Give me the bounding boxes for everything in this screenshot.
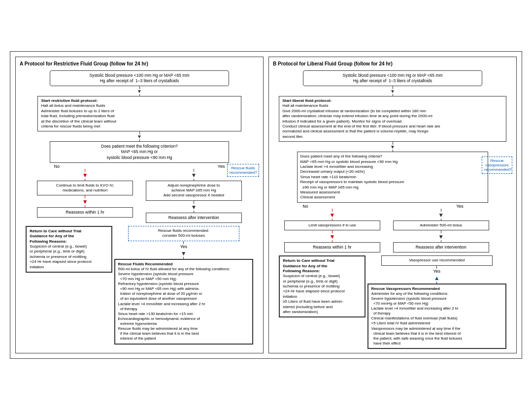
arrow-yes-head2-b: ▼ — [438, 233, 444, 240]
panel-a: A Protocol for Restrictive Fluid Group (… — [15, 57, 264, 353]
no-label-a: No — [54, 164, 60, 169]
arrow-a1-head — [137, 89, 142, 94]
return-box-b: Return to Care without TrialGuidance for… — [279, 255, 365, 317]
reassess-after-a: Reassess after intervention — [146, 213, 242, 223]
no-yes-labels-b: No Yes — [287, 204, 479, 209]
branch-no-a: ▼ Continue to limit fluids to KVO IV,med… — [32, 169, 138, 218]
panel-b-title: B Protocol for Liberal Fluid Group (foll… — [273, 61, 393, 66]
vasopressor-use-b: Vasopressor use recommended — [381, 255, 493, 265]
branch-row-b: ▼ Limit vasopressors if in use ▼ Reasses… — [279, 209, 494, 252]
arrow-yes-head-b: ▼ — [438, 212, 444, 219]
yes2-label-a: Yes — [180, 244, 187, 249]
branch-yes-a: ▼ Adjust norepinephrine dose toachieve M… — [140, 169, 247, 223]
arrow-yes-head2-a: ▼ — [191, 204, 197, 211]
arrow-no-head-a: ▼ — [82, 172, 88, 179]
panel-a-flow: Systolic blood pressure <100 mm Hg or MA… — [20, 70, 259, 345]
no-yes-labels-a: No Yes — [37, 164, 241, 169]
rescue-label-b: Rescuevasopressorsrecommended? — [482, 157, 512, 174]
decision-area-b: Does patient meet any of the following c… — [273, 152, 512, 203]
panel-b-box2: Start liberal fluid protocol: Halt all m… — [279, 96, 506, 142]
arrow-vaso-head-b: ▲ — [434, 275, 440, 282]
figure-container: A Protocol for Restrictive Fluid Group (… — [10, 51, 522, 359]
panel-b-box1: Systolic blood pressure <100 mm Hg or MA… — [303, 70, 483, 86]
box-no-b: Limit vasopressors if in use — [284, 221, 380, 230]
arrow-b2-head — [390, 145, 395, 150]
panel-a-title: A Protocol for Restrictive Fluid Group (… — [20, 61, 148, 66]
rescue-label-a: Rescue fluidsrecommended? — [227, 164, 259, 177]
panel-b-flow: Systolic blood pressure <100 mm Hg or MA… — [273, 70, 512, 349]
box-yes-a: Adjust norepinephrine dose toachieve MAP… — [146, 181, 242, 201]
return-box-content-a: Return to Care without TrialGuidance for… — [26, 226, 112, 273]
panel-a-decision: Does patient meet the following criterio… — [50, 141, 230, 162]
arrow-no-head2-b: ▼ — [330, 233, 335, 240]
arrow-no-head2-a: ▼ — [82, 198, 88, 205]
arrow-yes-head-a: ▼ — [191, 172, 197, 179]
bottom-row-a: Return to Care without TrialGuidance for… — [26, 226, 253, 345]
rescue-recommended-a: Rescue Fluids Recommended 500-ml bolus o… — [114, 259, 253, 345]
panel-a-box1: Systolic blood pressure <100 mm Hg or MA… — [50, 70, 230, 86]
yes-label-a: Yes — [218, 164, 225, 169]
no-label-b: No — [302, 204, 308, 209]
bottom-row-b: Return to Care without TrialGuidance for… — [279, 255, 506, 349]
bottom-right-b: Vasopressor use recommended Yes ▲ Rescue… — [367, 255, 506, 349]
return-box-a: Return to Care without TrialGuidance for… — [26, 226, 112, 273]
reassess-after-b: Reassess after intervention — [393, 242, 489, 252]
rescue-vasopressors-b: Rescue Vasopressors Recommended Administ… — [367, 284, 506, 349]
yes2-label-b: Yes — [433, 269, 440, 274]
box-yes-b: Administer 500-ml bolus — [393, 221, 489, 230]
yes-label-b: Yes — [456, 204, 464, 209]
reassess-within-a: Reassess within 1 hr — [37, 207, 133, 218]
branch-no-b: ▼ Limit vasopressors if in use ▼ Reasses… — [279, 209, 386, 252]
bottom-right-a: Rescue fluids recommended:consider 500-m… — [114, 226, 253, 345]
arrow-no-head-b: ▼ — [330, 212, 335, 219]
arrow-b1-head — [390, 89, 395, 94]
branch-yes-b: ▼ Administer 500-ml bolus ▼ Reassess aft… — [388, 209, 495, 252]
panel-b-decision: Does patient meet any of the following c… — [297, 152, 489, 203]
panel-a-box2: Start restrictive fluid protocol: Halt a… — [37, 96, 241, 131]
box-no-a: Continue to limit fluids to KVO IV,medic… — [37, 181, 133, 196]
arrow-rescue-head-a: ▼ — [181, 250, 187, 257]
arrow-a2-head — [137, 134, 142, 139]
rescue-dashed-a: Rescue fluids recommended:consider 500-m… — [128, 226, 239, 241]
branch-row-a: ▼ Continue to limit fluids to KVO IV,med… — [32, 169, 247, 223]
panel-b: B Protocol for Liberal Fluid Group (foll… — [268, 57, 517, 353]
return-box-content-b: Return to Care without TrialGuidance for… — [279, 255, 365, 317]
reassess-within-b: Reassess within 1 hr — [284, 242, 380, 252]
